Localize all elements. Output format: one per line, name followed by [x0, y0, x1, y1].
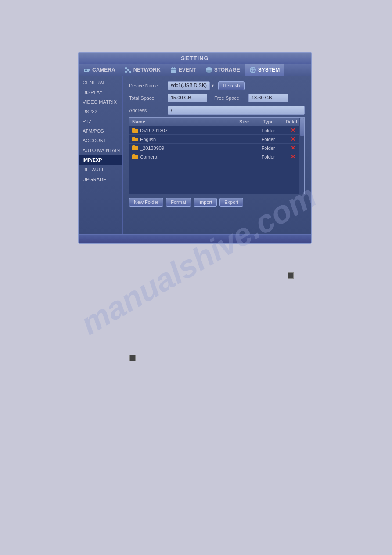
tab-network-label: NETWORK: [133, 67, 161, 73]
import-button[interactable]: Import: [194, 198, 217, 207]
tab-event-label: EVENT: [179, 67, 196, 73]
sidebar-item-auto-maintain[interactable]: AUTO MAINTAIN: [79, 145, 122, 155]
tab-camera[interactable]: CAMERA: [79, 64, 120, 76]
watermark-icon-2: [129, 355, 136, 363]
file-type: Folder: [255, 128, 281, 133]
address-label: Address: [129, 108, 164, 113]
watermark-icon-1: [288, 272, 294, 280]
sidebar-item-imp-exp[interactable]: IMP/EXP: [79, 155, 122, 165]
device-name-value: sdc1(USB DISK): [168, 81, 210, 90]
device-name-label: Device Name: [129, 83, 164, 88]
tab-storage-label: STORAGE: [214, 67, 240, 73]
sidebar-item-upgrade[interactable]: UPGRADE: [79, 174, 122, 184]
col-header-name: Name: [129, 118, 233, 126]
table-row[interactable]: Camera Folder ✕: [129, 152, 304, 161]
file-type: Folder: [255, 137, 281, 142]
file-type: Folder: [255, 145, 281, 151]
free-space-label: Free Space: [214, 95, 245, 101]
file-name: _20130909: [140, 145, 164, 151]
total-space-value: 15.00 GB: [168, 94, 207, 102]
refresh-button[interactable]: Refresh: [218, 81, 245, 90]
svg-point-2: [85, 69, 87, 71]
sidebar-item-general[interactable]: GENERAL: [79, 78, 122, 87]
delete-icon[interactable]: ✕: [291, 136, 295, 142]
table-row[interactable]: English Folder ✕: [129, 135, 304, 144]
folder-icon: [132, 154, 138, 159]
camera-icon: [83, 66, 90, 73]
imp-exp-content: Device Name sdc1(USB DISK) ▼ Refresh Tot…: [123, 76, 311, 234]
panel-title: SETTING: [181, 55, 209, 62]
table-row[interactable]: _20130909 Folder ✕: [129, 144, 304, 152]
bottom-buttons: New Folder Format Import Export: [129, 198, 305, 207]
tab-system-label: SYSTEM: [258, 67, 280, 73]
svg-point-16: [206, 70, 212, 73]
tab-storage[interactable]: STORAGE: [201, 64, 245, 76]
tab-camera-label: CAMERA: [92, 67, 115, 73]
svg-point-18: [252, 69, 254, 71]
svg-rect-3: [125, 67, 127, 69]
file-name: DVR 201307: [140, 128, 168, 133]
col-header-size: Size: [233, 118, 255, 126]
free-space-value: 13.60 GB: [248, 94, 288, 102]
sidebar-item-default[interactable]: DEFAULT: [79, 165, 122, 174]
svg-rect-12: [174, 67, 175, 69]
new-folder-button[interactable]: New Folder: [129, 198, 163, 207]
delete-icon[interactable]: ✕: [291, 153, 295, 160]
file-name: Camera: [140, 154, 157, 160]
tab-event[interactable]: EVENT: [165, 64, 201, 76]
dropdown-arrow: ▼: [211, 83, 215, 88]
space-row: Total Space 15.00 GB Free Space 13.60 GB: [129, 94, 305, 102]
format-button[interactable]: Format: [166, 198, 191, 207]
sidebar-item-ptz[interactable]: PTZ: [79, 116, 122, 126]
delete-icon[interactable]: ✕: [291, 145, 295, 151]
folder-icon: [132, 137, 138, 141]
tab-system[interactable]: SYSTEM: [245, 64, 284, 76]
address-row: Address: [129, 106, 305, 115]
event-icon: [170, 66, 177, 73]
folder-icon: [132, 128, 138, 133]
folder-icon: [132, 145, 138, 150]
sidebar-item-account[interactable]: ACCOUNT: [79, 136, 122, 145]
sidebar: GENERAL DISPLAY VIDEO MATRIX RS232 PTZ A…: [79, 76, 123, 234]
system-icon: [249, 66, 256, 73]
network-icon: [125, 66, 132, 73]
delete-icon[interactable]: ✕: [291, 127, 295, 134]
tab-network[interactable]: NETWORK: [120, 64, 165, 76]
total-space-label: Total Space: [129, 95, 164, 101]
sidebar-item-rs232[interactable]: RS232: [79, 107, 122, 116]
sidebar-item-video-matrix[interactable]: VIDEO MATRIX: [79, 97, 122, 107]
svg-rect-11: [172, 67, 173, 69]
sidebar-item-display[interactable]: DISPLAY: [79, 87, 122, 97]
file-table-body: DVR 201307 Folder ✕ English: [129, 126, 304, 192]
scrollbar-thumb[interactable]: [300, 118, 304, 136]
file-table: Name Size Type Delete DVR 201307 Folder: [129, 117, 305, 194]
status-bar: [79, 234, 311, 243]
device-name-row: Device Name sdc1(USB DISK) ▼ Refresh: [129, 81, 305, 90]
table-row[interactable]: DVR 201307 Folder ✕: [129, 126, 304, 135]
tab-row: CAMERA NETWORK: [79, 64, 311, 76]
file-name: English: [140, 137, 156, 142]
scrollbar[interactable]: [299, 118, 304, 194]
col-header-type: Type: [255, 118, 281, 126]
storage-icon: [205, 66, 212, 73]
sidebar-item-atm-pos[interactable]: ATM/POS: [79, 126, 122, 136]
file-table-header: Name Size Type Delete: [129, 118, 304, 126]
content-area: GENERAL DISPLAY VIDEO MATRIX RS232 PTZ A…: [79, 76, 311, 234]
svg-marker-1: [89, 69, 90, 71]
title-bar: SETTING: [79, 53, 311, 64]
export-button[interactable]: Export: [219, 198, 243, 207]
address-input[interactable]: [168, 106, 305, 115]
device-name-selector[interactable]: sdc1(USB DISK) ▼: [168, 81, 215, 90]
svg-rect-10: [171, 68, 176, 73]
settings-panel: SETTING CAMERA: [78, 52, 312, 244]
file-type: Folder: [255, 154, 281, 160]
